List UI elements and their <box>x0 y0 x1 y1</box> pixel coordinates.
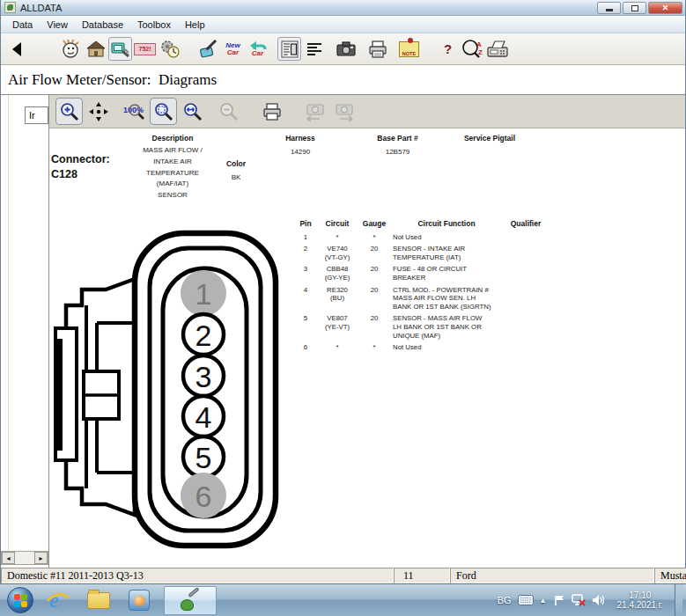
pin-row-4: 4RE320 (BU) 20CTRL MOD. - POWERTRAIN # M… <box>294 286 558 312</box>
alldata-tip-icon <box>180 590 201 611</box>
content-area: Ir ◄ ► <box>1 95 685 568</box>
service-pigtail-label: Service Pigtail <box>446 134 534 143</box>
tsb-752-icon[interactable]: 752! <box>133 37 157 61</box>
svg-text:Z: Z <box>478 48 483 56</box>
pin-2: 2 <box>183 314 224 355</box>
document-view-icon[interactable] <box>277 37 301 61</box>
zoom-in-icon[interactable] <box>55 98 83 125</box>
menu-view[interactable]: View <box>40 18 75 32</box>
previous-car-icon[interactable]: Car <box>246 37 269 61</box>
print-icon[interactable] <box>365 37 389 61</box>
status-database: Domestic #11 2011-2013 Q3-13 <box>1 568 394 583</box>
alldata-taskbar-button[interactable] <box>164 586 217 615</box>
hidden-icons-chevron[interactable]: ▲ <box>540 597 547 605</box>
network-icon[interactable] <box>572 594 586 606</box>
svg-text:4: 4 <box>195 400 212 434</box>
pin-row-3: 3CBB48 (GY-YE) 20FUSE - 48 OR CIRCUIT BR… <box>294 265 558 282</box>
media-player-icon[interactable] <box>123 587 155 614</box>
left-panel-scrollbar[interactable]: ◄ ► <box>1 551 48 565</box>
description-label: Description <box>124 134 221 143</box>
left-panel-button[interactable]: Ir <box>25 106 48 124</box>
svg-text:5: 5 <box>195 441 212 474</box>
page-title: Air Flow Meter/Sensor: Diagrams <box>1 65 685 95</box>
shop-camera-icon[interactable] <box>108 37 132 61</box>
help-icon[interactable]: ? <box>436 37 460 61</box>
scroll-left-icon[interactable]: ◄ <box>2 552 15 564</box>
diagram-panel: 100% <box>49 95 685 568</box>
left-panel: Ir ◄ ► <box>1 95 49 568</box>
pin-1: 1 <box>181 270 226 316</box>
volume-icon[interactable] <box>592 594 606 606</box>
search-az-icon[interactable]: A Z <box>461 37 484 61</box>
color-label: Color <box>218 159 254 168</box>
pin-4: 4 <box>183 396 224 436</box>
start-button[interactable] <box>7 587 33 613</box>
svg-text:6: 6 <box>195 480 212 513</box>
clock[interactable]: 17:10 21.4.2021 г. <box>612 590 668 611</box>
diagram-canvas: Connector: C128 Description MASS AIR FLO… <box>49 128 685 568</box>
pin-row-2: 2VE740 (VT-GY) 20SENSOR - INTAKE AIR TEM… <box>294 245 558 261</box>
pin-6: 6 <box>181 473 226 518</box>
next-image-icon[interactable] <box>330 98 358 125</box>
status-make: Ford <box>450 568 654 583</box>
pin-3: 3 <box>183 356 224 396</box>
status-bar: Domestic #11 2011-2013 Q3-13 11 Ford Mus… <box>1 568 686 583</box>
close-button[interactable]: ✕ <box>648 2 682 14</box>
new-car-icon[interactable]: NewCar <box>221 37 245 61</box>
harness-label: Harness <box>269 134 331 143</box>
gears-clock-icon[interactable] <box>158 37 181 61</box>
camera-icon[interactable] <box>334 37 358 61</box>
note-icon[interactable]: NOTE <box>397 37 421 61</box>
fit-width-icon[interactable] <box>179 98 206 125</box>
menu-bar: Data View Database Toolbox Help <box>1 16 685 33</box>
fax-icon[interactable] <box>485 37 509 61</box>
connector-id: C128 <box>51 167 77 182</box>
alldata-window: ALLDATA ✕ Data View Database Toolbox Hel… <box>0 0 686 583</box>
description-value: MASS AIR FLOW / INTAKE AIR TEMPERATURE (… <box>124 145 221 202</box>
left-panel-divider <box>8 95 9 554</box>
fit-page-icon[interactable] <box>150 98 177 125</box>
system-tray: BG ▲ 17: <box>498 584 686 616</box>
assistant-face-icon[interactable] <box>59 37 83 61</box>
zoom-100-icon[interactable]: 100% <box>121 98 148 125</box>
diagram-toolbar: 100% <box>49 95 685 128</box>
svg-text:e: e <box>49 589 59 612</box>
windows-taskbar: e BG ▲ <box>0 583 686 616</box>
show-desktop-button[interactable] <box>675 584 682 616</box>
restore-button[interactable] <box>623 2 646 14</box>
scroll-right-icon[interactable]: ► <box>34 552 48 564</box>
pin-table-header: Pin Circuit Gauge Circuit Function Quali… <box>294 220 558 229</box>
svg-text:2: 2 <box>195 319 212 352</box>
keyboard-icon[interactable] <box>518 595 534 605</box>
pin-row-1: 1* *Not Used <box>294 233 558 242</box>
repair-brush-icon[interactable] <box>196 37 220 61</box>
base-part-value: 12B579 <box>356 148 439 156</box>
svg-text:A: A <box>476 40 482 48</box>
language-indicator[interactable]: BG <box>498 595 512 605</box>
action-center-flag-icon[interactable] <box>553 594 565 606</box>
zoom-out-icon[interactable] <box>215 98 242 125</box>
svg-text:3: 3 <box>195 360 212 393</box>
text-lines-icon[interactable] <box>302 37 326 61</box>
previous-image-icon[interactable] <box>301 98 328 125</box>
menu-data[interactable]: Data <box>5 18 40 32</box>
connector-label: Connector: <box>51 152 110 167</box>
home-icon[interactable] <box>84 37 107 61</box>
title-bar: ALLDATA ✕ <box>1 0 685 16</box>
pan-icon[interactable] <box>85 98 112 125</box>
print-diagram-icon[interactable] <box>258 98 285 125</box>
menu-toolbox[interactable]: Toolbox <box>130 18 178 32</box>
file-explorer-icon[interactable] <box>83 587 114 614</box>
color-value: BK <box>218 173 254 181</box>
pin-row-5: 5VE807 (YE-VT) 20SENSOR - MASS AIR FLOW … <box>294 314 558 340</box>
menu-database[interactable]: Database <box>75 18 130 32</box>
minimize-button[interactable] <box>597 2 621 14</box>
tray-time: 17:10 <box>617 590 663 601</box>
back-icon[interactable] <box>4 37 28 61</box>
status-count: 11 <box>394 568 450 583</box>
menu-help[interactable]: Help <box>178 18 212 32</box>
latch-bar <box>54 339 63 451</box>
harness-value: 14290 <box>269 148 331 156</box>
status-model: Mustang <box>654 568 686 583</box>
internet-explorer-icon[interactable]: e <box>42 587 74 614</box>
